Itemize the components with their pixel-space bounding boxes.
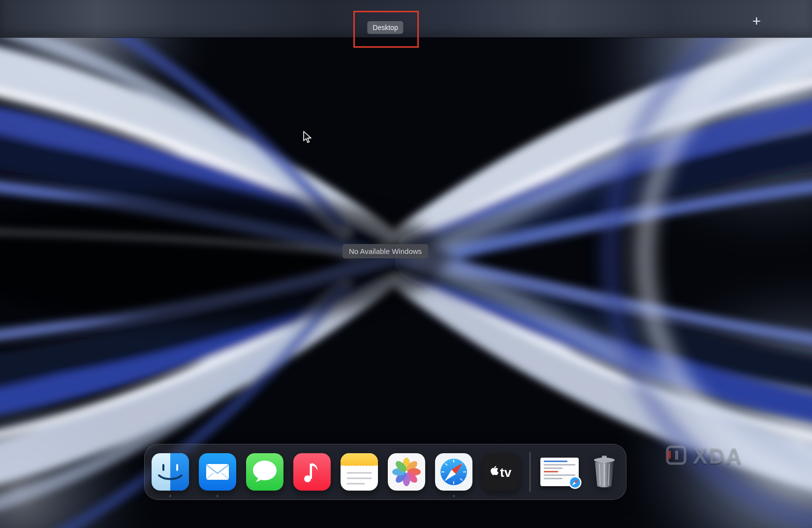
safari-icon bbox=[435, 453, 472, 491]
space-desktop-label[interactable]: Desktop bbox=[367, 21, 403, 34]
trash-icon bbox=[589, 453, 620, 491]
xda-logo-text: XDA bbox=[693, 444, 743, 468]
mail-icon bbox=[199, 453, 236, 491]
dock: tv bbox=[144, 444, 626, 500]
mission-control-screen: Desktop + No Available Windows bbox=[0, 0, 812, 528]
spaces-bar: Desktop + bbox=[0, 0, 812, 37]
dock-item-safari[interactable] bbox=[435, 453, 472, 491]
dock-item-photos[interactable] bbox=[388, 453, 425, 491]
photos-icon bbox=[388, 453, 425, 491]
xda-watermark: XDA bbox=[665, 444, 743, 468]
window-thumbnail-icon bbox=[540, 458, 579, 486]
dock-item-messages[interactable] bbox=[246, 453, 283, 491]
music-icon bbox=[293, 453, 331, 491]
dock-item-minimized-window[interactable] bbox=[540, 458, 579, 486]
dock-item-music[interactable] bbox=[293, 453, 331, 491]
xda-logo-icon bbox=[665, 444, 688, 468]
running-indicator bbox=[453, 495, 455, 497]
svg-text:tv: tv bbox=[500, 465, 512, 480]
running-indicator bbox=[169, 495, 171, 497]
add-desktop-button[interactable]: + bbox=[752, 14, 761, 29]
tv-icon: tv bbox=[482, 453, 520, 491]
mouse-cursor-icon bbox=[303, 131, 313, 146]
safari-badge-icon bbox=[568, 476, 582, 489]
dock-item-tv[interactable]: tv bbox=[482, 453, 520, 491]
notes-icon bbox=[341, 453, 378, 491]
dock-item-notes[interactable] bbox=[341, 453, 378, 491]
messages-icon bbox=[246, 453, 283, 491]
no-available-windows-message: No Available Windows bbox=[343, 244, 428, 258]
running-indicator bbox=[217, 495, 219, 497]
dock-separator bbox=[530, 452, 531, 492]
dock-item-trash[interactable] bbox=[589, 453, 620, 491]
dock-item-finder[interactable] bbox=[152, 453, 189, 491]
dock-item-mail[interactable] bbox=[199, 453, 236, 491]
finder-icon bbox=[152, 453, 189, 491]
